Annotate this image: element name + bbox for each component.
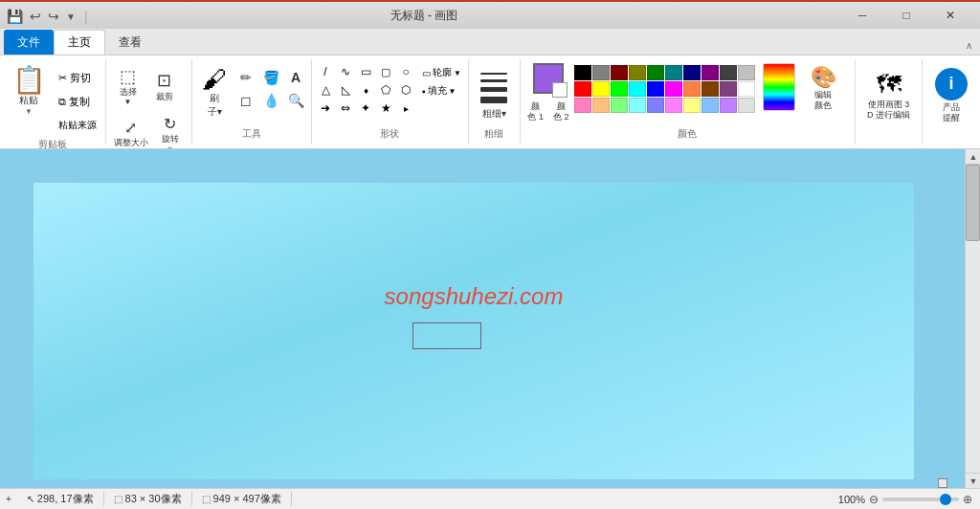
ribbon-collapse-button[interactable]: ∧ xyxy=(958,36,980,55)
clipboard-group-label: 剪贴板 xyxy=(38,138,67,149)
color1-button[interactable] xyxy=(533,63,564,94)
color-cell[interactable] xyxy=(611,65,628,80)
curve-shape[interactable]: ∿ xyxy=(336,63,355,80)
size-button[interactable]: 粗细▾ xyxy=(473,65,515,124)
copy-button[interactable]: ⧉ 复制 xyxy=(56,91,100,112)
redo-quick-icon[interactable]: ↪ xyxy=(46,8,61,25)
eraser-button[interactable]: ◻ xyxy=(234,90,257,111)
color-cell[interactable] xyxy=(665,65,682,80)
outline-button[interactable]: ▭ 轮廓 ▼ xyxy=(419,65,464,80)
pencil-button[interactable]: ✏ xyxy=(234,67,257,88)
drawing-canvas[interactable]: songshuhezi.com xyxy=(33,183,914,479)
fill-button[interactable]: 🪣 xyxy=(259,67,282,88)
cut-button[interactable]: ✂ 剪切 xyxy=(56,67,100,88)
color-cell[interactable] xyxy=(702,65,719,80)
selection-icon: ⬚ xyxy=(114,494,122,504)
color-cell[interactable] xyxy=(592,98,610,113)
resize-icon: ⤢ xyxy=(124,119,137,137)
color-cell[interactable] xyxy=(611,98,628,113)
paste-from-button[interactable]: 粘贴来源 xyxy=(56,115,100,136)
hexagon-shape[interactable]: ⬡ xyxy=(396,81,415,99)
shapes-group: / ∿ ▭ ▢ ○ △ ◺ ⬧ ⬠ ⬡ ➜ ⇔ ✦ ★ xyxy=(312,59,469,144)
select-button[interactable]: ⬚ 选择 ▼ xyxy=(111,63,145,109)
minimize-button[interactable]: ─ xyxy=(840,1,884,30)
barrow-shape[interactable]: ⇔ xyxy=(336,100,355,117)
use3d-button[interactable]: 🗺 使用画图 3D 进行编辑 xyxy=(861,66,916,124)
edit-colors-button[interactable]: 🎨 编辑颜色 xyxy=(799,63,847,113)
color-cell[interactable] xyxy=(720,81,737,97)
canvas-wrapper[interactable]: songshuhezi.com xyxy=(0,149,965,488)
color-cell[interactable] xyxy=(574,81,591,97)
color-cell[interactable] xyxy=(647,98,664,113)
rounded-rect-shape[interactable]: ▢ xyxy=(376,63,395,80)
color-cell[interactable] xyxy=(574,65,591,80)
rotate-button[interactable]: ↻ 旋转 ▼ xyxy=(153,111,188,149)
tab-file[interactable]: 文件 xyxy=(4,30,54,55)
color-cell[interactable] xyxy=(683,65,701,80)
color-cell[interactable] xyxy=(629,98,646,113)
canvas-resize-handle[interactable] xyxy=(938,478,947,488)
scroll-track-vertical[interactable] xyxy=(966,165,980,473)
zoom-slider-track[interactable] xyxy=(882,498,959,501)
gradient-color-button[interactable] xyxy=(763,63,795,111)
paste-button[interactable]: 📋 粘贴 ▼ xyxy=(6,63,52,120)
color-cell[interactable] xyxy=(629,81,646,97)
zoom-minus-button[interactable]: ⊖ xyxy=(869,493,879,506)
quick-access-dropdown[interactable]: ▼ xyxy=(64,11,78,23)
color-cell[interactable] xyxy=(738,81,755,97)
color2-swatch-overlay xyxy=(552,82,568,98)
color-cell[interactable] xyxy=(738,98,755,113)
color-cell[interactable] xyxy=(738,65,755,80)
save-quick-icon[interactable]: 💾 xyxy=(5,8,25,25)
color-picker-button[interactable]: 💧 xyxy=(259,90,282,111)
color-cell[interactable] xyxy=(592,65,610,80)
product-hint-button[interactable]: i 产品提醒 xyxy=(929,64,973,127)
selection-box[interactable] xyxy=(412,322,481,349)
crop-button[interactable]: ⊡ 裁剪 xyxy=(147,63,182,109)
color-cell[interactable] xyxy=(702,81,719,97)
color-cell[interactable] xyxy=(611,81,628,97)
text-button[interactable]: A xyxy=(284,67,307,88)
scroll-thumb-vertical[interactable] xyxy=(966,165,980,241)
fill-button[interactable]: ▪ 填充 ▼ xyxy=(419,83,464,99)
tab-home[interactable]: 主页 xyxy=(54,30,105,55)
pentagon-shape[interactable]: ⬠ xyxy=(376,81,395,99)
scroll-down-button[interactable]: ▼ xyxy=(966,473,980,488)
color-cell[interactable] xyxy=(683,98,701,113)
line-shape[interactable]: / xyxy=(316,63,335,80)
rtriangle-shape[interactable]: ◺ xyxy=(336,81,355,99)
color-cell[interactable] xyxy=(665,98,682,113)
undo-quick-icon[interactable]: ↩ xyxy=(28,8,43,25)
outline-dropdown: ▼ xyxy=(454,69,461,77)
maximize-button[interactable]: □ xyxy=(884,1,928,30)
color-cell[interactable] xyxy=(665,81,682,97)
color-cell[interactable] xyxy=(592,81,610,97)
ellipse-shape[interactable]: ○ xyxy=(396,63,415,80)
magnifier-button[interactable]: 🔍 xyxy=(284,90,307,111)
size-line-2 xyxy=(480,79,507,82)
color-cell[interactable] xyxy=(720,98,737,113)
color-cell[interactable] xyxy=(629,65,646,80)
zoom-plus-button[interactable]: ⊕ xyxy=(963,493,972,506)
color-cell[interactable] xyxy=(574,98,591,113)
color-cell[interactable] xyxy=(702,98,719,113)
vertical-scrollbar[interactable]: ▲ ▼ xyxy=(965,149,980,488)
rect-shape[interactable]: ▭ xyxy=(356,63,375,80)
color-cell[interactable] xyxy=(647,81,664,97)
color-cell[interactable] xyxy=(683,81,701,97)
zoom-slider-thumb[interactable] xyxy=(940,494,951,505)
color-cell[interactable] xyxy=(720,65,737,80)
arrow-shape[interactable]: ➜ xyxy=(316,100,335,117)
diamond-shape[interactable]: ⬧ xyxy=(356,81,375,99)
tab-view[interactable]: 查看 xyxy=(105,30,155,55)
scroll-up-button[interactable]: ▲ xyxy=(966,149,980,165)
triangle-shape[interactable]: △ xyxy=(316,81,335,99)
star5-shape[interactable]: ★ xyxy=(376,100,395,117)
close-button[interactable]: ✕ xyxy=(928,1,972,30)
navigate-left-icon[interactable]: + xyxy=(0,494,17,504)
more-shapes[interactable]: ▸ xyxy=(396,100,415,117)
star4-shape[interactable]: ✦ xyxy=(356,100,375,117)
color-cell[interactable] xyxy=(647,65,664,80)
resize-button[interactable]: ⤢ 调整大小 xyxy=(111,111,151,149)
brush-button[interactable]: 🖌 刷 子▾ xyxy=(196,63,233,122)
